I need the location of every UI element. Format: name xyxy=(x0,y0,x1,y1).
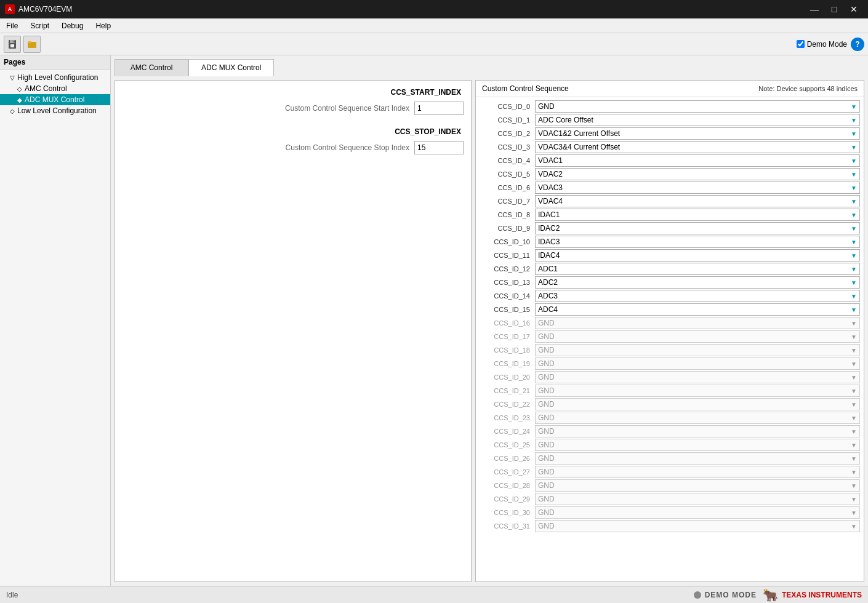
right-panel-header: Custom Control Sequence Note: Device sup… xyxy=(476,81,864,97)
ccs-select[interactable]: IDAC1▼ xyxy=(535,209,860,221)
sidebar-label-high-level: High Level Configuration xyxy=(17,73,98,82)
ccs-id-label: CCS_ID_0 xyxy=(480,103,535,110)
ccs-select[interactable]: VDAC3&4 Current Offset▼ xyxy=(535,141,860,153)
ccs-select[interactable]: ADC Core Offset▼ xyxy=(535,114,860,126)
ccs-select[interactable]: IDAC3▼ xyxy=(535,236,860,248)
ccs-dropdown-arrow-icon: ▼ xyxy=(851,388,858,394)
demo-mode-area: Demo Mode ? xyxy=(797,38,864,51)
ccs-select[interactable]: GND▼ xyxy=(535,371,860,383)
ccs-dropdown-arrow-icon: ▼ xyxy=(851,455,858,462)
ccs-select-value: GND xyxy=(537,359,851,368)
ccs-select[interactable]: GND▼ xyxy=(535,520,860,532)
ccs-id-label: CCS_ID_31 xyxy=(480,522,535,530)
ccs-select-value: GND xyxy=(537,495,851,503)
ccs-select[interactable]: GND▼ xyxy=(535,452,860,465)
ccs-select[interactable]: GND▼ xyxy=(535,100,860,113)
sidebar-item-adc-mux[interactable]: ◆ ADC MUX Control xyxy=(0,94,110,105)
help-button[interactable]: ? xyxy=(851,38,864,51)
ccs-row: CCS_ID_29GND▼ xyxy=(476,492,864,506)
ccs-select-value: GND xyxy=(537,522,851,530)
main-content: Pages ▽ High Level Configuration ◇ AMC C… xyxy=(0,55,868,586)
ccs-select[interactable]: IDAC4▼ xyxy=(535,249,860,262)
ccs-select[interactable]: ADC1▼ xyxy=(535,263,860,275)
minimize-button[interactable]: — xyxy=(805,0,824,18)
ccs-id-label: CCS_ID_18 xyxy=(480,346,535,354)
menu-help[interactable]: Help xyxy=(89,18,117,33)
start-index-group: CCS_START_INDEX Custom Control Sequence … xyxy=(123,88,464,115)
ccs-id-label: CCS_ID_21 xyxy=(480,387,535,394)
ccs-select[interactable]: GND▼ xyxy=(535,357,860,370)
ccs-id-label: CCS_ID_29 xyxy=(480,495,535,503)
ccs-select[interactable]: ADC3▼ xyxy=(535,290,860,302)
ccs-select[interactable]: VDAC2▼ xyxy=(535,168,860,180)
ccs-select[interactable]: ADC2▼ xyxy=(535,276,860,289)
ccs-select[interactable]: GND▼ xyxy=(535,425,860,437)
ccs-select[interactable]: GND▼ xyxy=(535,317,860,329)
stop-index-input[interactable] xyxy=(414,141,464,154)
ccs-select[interactable]: ADC4▼ xyxy=(535,303,860,316)
menu-debug[interactable]: Debug xyxy=(55,18,89,33)
ccs-select[interactable]: IDAC2▼ xyxy=(535,222,860,234)
sidebar-item-high-level[interactable]: ▽ High Level Configuration xyxy=(0,72,110,83)
ccs-id-label: CCS_ID_16 xyxy=(480,319,535,327)
ccs-select[interactable]: GND▼ xyxy=(535,493,860,505)
ccs-list: CCS_ID_0GND▼CCS_ID_1ADC Core Offset▼CCS_… xyxy=(476,97,864,581)
ccs-select[interactable]: GND▼ xyxy=(535,398,860,410)
ccs-select-value: GND xyxy=(537,373,851,381)
open-button[interactable] xyxy=(23,36,41,53)
sidebar: Pages ▽ High Level Configuration ◇ AMC C… xyxy=(0,55,111,586)
ccs-select[interactable]: GND▼ xyxy=(535,439,860,451)
start-index-input[interactable] xyxy=(414,102,464,115)
ccs-select[interactable]: VDAC1&2 Current Offset▼ xyxy=(535,127,860,140)
app-icon: A xyxy=(5,4,15,14)
ccs-row: CCS_ID_20GND▼ xyxy=(476,370,864,384)
ccs-select[interactable]: GND▼ xyxy=(535,344,860,356)
app-title: AMC6V704EVM xyxy=(18,5,72,14)
demo-mode-checkbox-label[interactable]: Demo Mode xyxy=(797,40,847,49)
menu-file[interactable]: File xyxy=(0,18,24,33)
ccs-select-value: ADC4 xyxy=(537,305,851,314)
ccs-select-value: GND xyxy=(537,332,851,341)
ccs-select[interactable]: VDAC3▼ xyxy=(535,182,860,194)
ccs-row: CCS_ID_13ADC2▼ xyxy=(476,276,864,289)
ccs-select-value: GND xyxy=(537,400,851,409)
ccs-row: CCS_ID_5VDAC2▼ xyxy=(476,167,864,181)
ccs-select[interactable]: VDAC4▼ xyxy=(535,195,860,207)
ti-logo-icon: 🐂 xyxy=(763,588,778,602)
ccs-select[interactable]: GND▼ xyxy=(535,466,860,478)
ccs-title: Custom Control Sequence xyxy=(482,84,569,93)
close-button[interactable]: ✕ xyxy=(845,0,863,18)
ccs-select[interactable]: GND▼ xyxy=(535,479,860,492)
ccs-select[interactable]: GND▼ xyxy=(535,506,860,519)
ccs-select[interactable]: VDAC1▼ xyxy=(535,154,860,167)
right-panel-note: Note: Device supports 48 indices xyxy=(758,85,858,92)
tree-diamond-filled-icon: ◆ xyxy=(17,97,22,103)
tab-amc-control[interactable]: AMC Control xyxy=(115,59,188,76)
ccs-row: CCS_ID_1ADC Core Offset▼ xyxy=(476,113,864,127)
ccs-dropdown-arrow-icon: ▼ xyxy=(851,415,858,421)
ccs-row: CCS_ID_11IDAC4▼ xyxy=(476,249,864,262)
sidebar-item-amc-control[interactable]: ◇ AMC Control xyxy=(0,83,110,94)
ccs-select-value: GND xyxy=(537,481,851,490)
ccs-row: CCS_ID_9IDAC2▼ xyxy=(476,222,864,235)
sidebar-item-low-level[interactable]: ◇ Low Level Configuration xyxy=(0,105,110,116)
ccs-row: CCS_ID_3VDAC3&4 Current Offset▼ xyxy=(476,140,864,154)
stop-index-row: Custom Control Sequence Stop Index xyxy=(123,141,464,154)
ccs-id-label: CCS_ID_19 xyxy=(480,360,535,367)
tab-bar: AMC Control ADC MUX Control xyxy=(115,59,864,76)
demo-mode-checkbox[interactable] xyxy=(797,40,805,48)
ccs-select[interactable]: GND▼ xyxy=(535,412,860,424)
ccs-dropdown-arrow-icon: ▼ xyxy=(851,103,858,110)
menu-script[interactable]: Script xyxy=(24,18,55,33)
right-panel: Custom Control Sequence Note: Device sup… xyxy=(475,80,864,582)
ccs-select[interactable]: GND▼ xyxy=(535,385,860,397)
ccs-select[interactable]: GND▼ xyxy=(535,330,860,343)
tab-adc-mux[interactable]: ADC MUX Control xyxy=(188,59,274,76)
ccs-select-value: VDAC2 xyxy=(537,170,851,178)
ccs-id-label: CCS_ID_23 xyxy=(480,414,535,421)
ccs-select-value: GND xyxy=(537,441,851,449)
sidebar-tree: ▽ High Level Configuration ◇ AMC Control… xyxy=(0,70,110,586)
ccs-id-label: CCS_ID_4 xyxy=(480,157,535,164)
maximize-button[interactable]: □ xyxy=(825,0,843,18)
save-button[interactable] xyxy=(4,36,21,53)
